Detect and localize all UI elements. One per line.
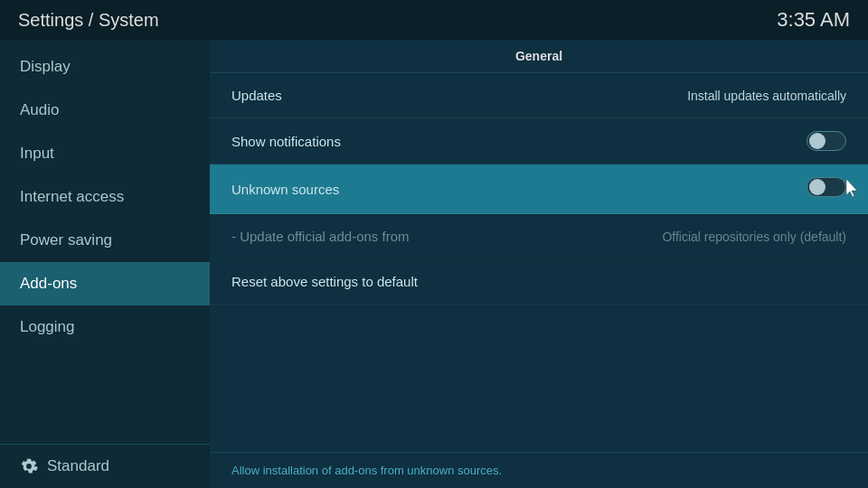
sidebar-item-label: Power saving xyxy=(20,231,112,249)
sidebar: Display Audio Input Internet access Powe… xyxy=(0,40,210,488)
toggle-show-notifications[interactable] xyxy=(807,131,846,151)
content-area: General Updates Install updates automati… xyxy=(210,40,868,488)
sidebar-item-label: Audio xyxy=(20,101,59,119)
main-layout: Display Audio Input Internet access Powe… xyxy=(0,40,868,488)
setting-value-updates: Install updates automatically xyxy=(687,89,846,103)
toggle-unknown-sources-wrapper xyxy=(807,177,846,201)
setting-label-show-notifications: Show notifications xyxy=(231,134,341,149)
sidebar-item-label: Display xyxy=(20,58,71,76)
sidebar-item-label: Add-ons xyxy=(20,275,77,293)
sidebar-item-power-saving[interactable]: Power saving xyxy=(0,219,210,262)
setting-reset-settings[interactable]: Reset above settings to default xyxy=(210,259,868,305)
header: Settings / System 3:35 AM xyxy=(0,0,868,40)
setting-label-reset-settings: Reset above settings to default xyxy=(231,274,418,289)
sidebar-item-input[interactable]: Input xyxy=(0,132,210,175)
toggle-unknown-sources[interactable] xyxy=(807,177,846,197)
sidebar-item-audio[interactable]: Audio xyxy=(0,89,210,132)
clock: 3:35 AM xyxy=(777,8,850,32)
setting-label-updates: Updates xyxy=(231,88,282,103)
page-title: Settings / System xyxy=(18,10,159,31)
setting-label-unknown-sources: Unknown sources xyxy=(231,182,339,197)
setting-value-update-official-addons: Official repositories only (default) xyxy=(662,230,846,244)
setting-update-official-addons[interactable]: - Update official add-ons from Official … xyxy=(210,214,868,259)
section-header: General xyxy=(210,40,868,73)
toggle-knob xyxy=(809,179,826,195)
setting-updates[interactable]: Updates Install updates automatically xyxy=(210,73,868,118)
setting-unknown-sources[interactable]: Unknown sources xyxy=(210,164,868,214)
sidebar-item-label: Logging xyxy=(20,318,75,336)
sidebar-item-logging[interactable]: Logging xyxy=(0,305,210,349)
sidebar-item-add-ons[interactable]: Add-ons xyxy=(0,262,210,305)
sidebar-item-label: Input xyxy=(20,145,54,163)
sidebar-standard-button[interactable]: Standard xyxy=(0,445,210,488)
toggle-knob xyxy=(809,133,826,149)
sidebar-item-label: Internet access xyxy=(20,188,124,206)
footer-hint: Allow installation of add-ons from unkno… xyxy=(210,452,868,488)
standard-label: Standard xyxy=(47,457,109,475)
sidebar-item-display[interactable]: Display xyxy=(0,45,210,89)
setting-label-update-official-addons: - Update official add-ons from xyxy=(231,229,410,244)
gear-icon xyxy=(20,457,38,475)
setting-show-notifications[interactable]: Show notifications xyxy=(210,118,868,164)
sidebar-item-internet-access[interactable]: Internet access xyxy=(0,175,210,219)
settings-list: Updates Install updates automatically Sh… xyxy=(210,73,868,452)
